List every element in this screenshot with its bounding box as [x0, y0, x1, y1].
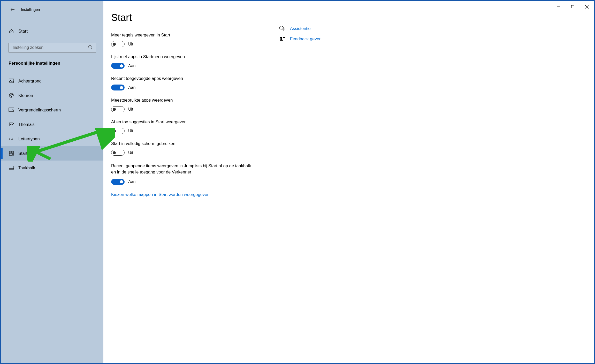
toggle-state: Uit [128, 42, 133, 47]
svg-point-8 [10, 95, 11, 95]
search-input[interactable] [12, 45, 88, 50]
setting-more-tiles: Meer tegels weergeven in Start Uit [111, 33, 277, 47]
svg-point-10 [12, 94, 12, 95]
nav-item-label: Kleuren [18, 93, 33, 98]
back-button[interactable] [7, 4, 18, 15]
svg-rect-19 [13, 153, 13, 155]
main-content: Start Meer tegels weergeven in Start Uit… [103, 1, 594, 363]
picture-icon [9, 79, 14, 83]
toggle-recent-apps[interactable] [111, 85, 125, 90]
setting-label: Meer tegels weergeven in Start [111, 33, 277, 37]
nav-item-fonts[interactable]: AA Lettertypen [1, 132, 103, 146]
palette-icon [9, 93, 14, 98]
help-link-label: Assistentie [290, 26, 311, 31]
window-chrome [552, 1, 594, 12]
nav-item-background[interactable]: Achtergrond [1, 74, 103, 88]
svg-line-6 [91, 48, 92, 49]
svg-text:A: A [9, 138, 11, 141]
svg-rect-1 [571, 5, 574, 8]
svg-point-9 [11, 94, 11, 94]
toggle-state: Uit [128, 129, 133, 133]
feedback-link[interactable]: Feedback geven [279, 36, 322, 42]
setting-label: Start in volledig scherm gebruiken [111, 141, 277, 146]
toggle-more-tiles[interactable] [111, 41, 125, 47]
svg-rect-16 [9, 151, 11, 153]
search-input-container[interactable] [9, 43, 96, 52]
setting-suggestions: Af en toe suggesties in Start weergeven … [111, 119, 277, 134]
sidebar: Instellingen Start Persoonlijke i [1, 1, 103, 363]
font-icon: AA [9, 136, 14, 141]
nav-item-colors[interactable]: Kleuren [1, 88, 103, 103]
toggle-suggestions[interactable] [111, 128, 125, 134]
app-title: Instellingen [21, 7, 40, 12]
toggle-recent-items[interactable] [111, 179, 125, 185]
home-icon [9, 29, 14, 34]
home-button[interactable]: Start [1, 26, 103, 37]
toggle-state: Uit [128, 107, 133, 112]
nav-item-label: Taakbalk [18, 165, 35, 170]
help-icon: ? [279, 26, 285, 31]
svg-text:?: ? [283, 28, 284, 30]
nav-item-label: Lettertypen [18, 136, 40, 141]
svg-point-5 [89, 46, 91, 48]
toggle-app-list[interactable] [111, 63, 125, 69]
toggle-fullscreen[interactable] [111, 150, 125, 156]
toggle-state: Aan [128, 179, 135, 184]
maximize-button[interactable] [566, 1, 580, 12]
svg-rect-7 [9, 79, 14, 83]
taskbar-icon [9, 166, 14, 170]
nav-item-themes[interactable]: Thema's [1, 117, 103, 132]
feedback-icon [279, 36, 285, 42]
setting-label: Af en toe suggesties in Start weergeven [111, 119, 277, 124]
nav-item-lockscreen[interactable]: Vergrendelingsscherm [1, 103, 103, 117]
close-button[interactable] [580, 1, 594, 12]
svg-rect-26 [283, 37, 285, 38]
setting-recent-apps: Recent toegevoegde apps weergeven Aan [111, 76, 277, 90]
toggle-state: Uit [128, 150, 133, 155]
setting-fullscreen: Start in volledig scherm gebruiken Uit [111, 141, 277, 156]
toggle-state: Aan [128, 64, 135, 68]
nav-item-label: Thema's [18, 122, 35, 127]
svg-rect-12 [12, 110, 13, 111]
help-link[interactable]: ? Assistentie [279, 26, 322, 31]
nav-item-taskbar[interactable]: Taakbalk [1, 161, 103, 175]
nav-item-start[interactable]: Start [1, 146, 103, 161]
page-title: Start [111, 12, 277, 23]
nav-item-label: Vergrendelingsscherm [18, 108, 61, 112]
feedback-link-label: Feedback geven [290, 36, 322, 41]
setting-app-list: Lijst met apps in Startmenu weergeven Aa… [111, 54, 277, 69]
setting-label: Recent toegevoegde apps weergeven [111, 76, 277, 81]
home-label: Start [18, 29, 28, 34]
search-icon [88, 45, 93, 50]
start-grid-icon [9, 151, 14, 156]
setting-label: Lijst met apps in Startmenu weergeven [111, 54, 277, 59]
category-title: Persoonlijke instellingen [9, 61, 103, 66]
theme-icon [9, 122, 14, 127]
nav-item-label: Achtergrond [18, 79, 42, 84]
svg-text:A: A [11, 137, 13, 141]
svg-rect-20 [9, 166, 14, 169]
setting-recent-items: Recent geopende items weergeven in Jumpl… [111, 163, 277, 185]
lockscreen-icon [9, 108, 14, 112]
nav-item-label: Start [18, 151, 27, 156]
setting-label: Recent geopende items weergeven in Jumpl… [111, 163, 256, 175]
nav-list: Achtergrond Kleuren Vergrendelingsscherm [1, 74, 103, 175]
side-help-links: ? Assistentie Feedback geven [279, 12, 322, 355]
toggle-most-used[interactable] [111, 106, 125, 112]
setting-label: Meestgebruikte apps weergeven [111, 98, 277, 103]
svg-rect-17 [11, 151, 13, 153]
svg-point-25 [280, 37, 282, 39]
setting-most-used: Meestgebruikte apps weergeven Uit [111, 98, 277, 112]
choose-folders-link[interactable]: Kiezen welke mappen in Start worden weer… [111, 192, 277, 197]
toggle-state: Aan [128, 85, 135, 90]
svg-rect-18 [9, 153, 12, 155]
minimize-button[interactable] [552, 1, 566, 12]
